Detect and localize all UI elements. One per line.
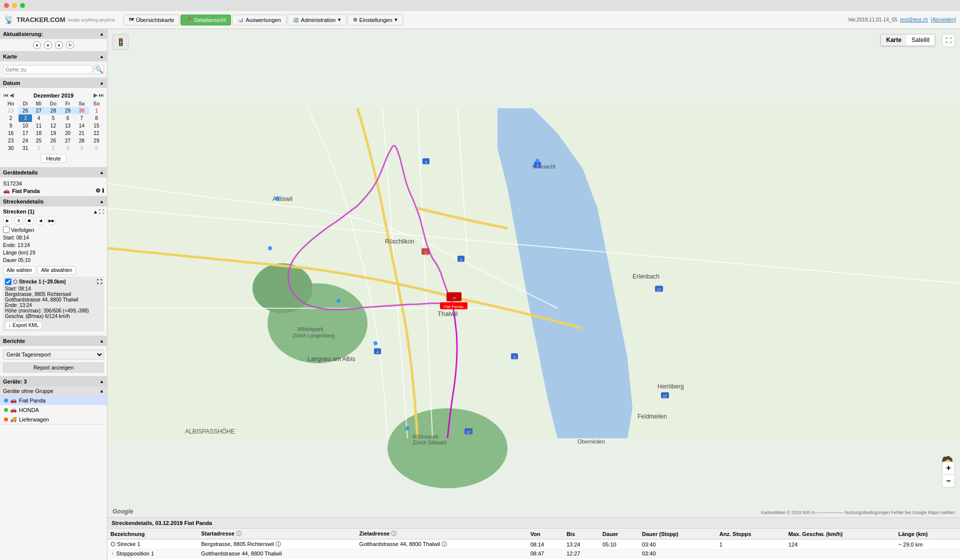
calendar-day[interactable]: 16	[3, 130, 18, 137]
aktu-circle1[interactable]: ●	[33, 41, 41, 49]
aktu-refresh[interactable]: ↻	[66, 41, 74, 49]
calendar-day[interactable]: 26	[46, 137, 61, 144]
gerate-item-fiat[interactable]: 🚗 Fiat Panda	[0, 396, 107, 405]
streckendetails-header[interactable]: Streckendetails ▲	[0, 196, 107, 206]
karte-search-button[interactable]: 🔍	[94, 65, 104, 74]
calendar-day[interactable]: 3	[18, 114, 32, 122]
calendar-day[interactable]: 30	[74, 107, 89, 114]
calendar-day[interactable]: 7	[74, 114, 89, 122]
calendar-day[interactable]: 17	[18, 130, 32, 137]
calendar-day[interactable]: 27	[61, 137, 74, 144]
calendar-day[interactable]: 31	[18, 144, 32, 152]
cal-prev-prev[interactable]: ⏮	[3, 92, 8, 98]
gerate-item-lieferwagen[interactable]: 🚚 Lieferwagen	[0, 414, 107, 424]
calendar-day[interactable]: 2	[46, 144, 61, 152]
calendar-day[interactable]: 22	[89, 130, 104, 137]
calendar-day[interactable]: 6	[61, 114, 74, 122]
map-satellit-button[interactable]: Satellit	[906, 34, 934, 46]
aktualisierung-toggle[interactable]: ▲	[100, 32, 104, 36]
nav-detailansicht[interactable]: 📍 Detailansicht	[180, 14, 231, 26]
calendar-day[interactable]: 19	[46, 130, 61, 137]
device-settings-icon[interactable]: ⚙	[96, 188, 100, 194]
calendar-day[interactable]: 23	[3, 137, 18, 144]
strecken-expand-icon[interactable]: ⛶	[99, 209, 104, 214]
calendar-day[interactable]: 4	[32, 114, 46, 122]
user-email[interactable]: test@test.ch	[900, 17, 928, 22]
berichte-header[interactable]: Berichte ▲	[0, 336, 107, 346]
zoom-in-button[interactable]: +	[942, 462, 955, 474]
geratedetails-header[interactable]: Gerätedetails ▲	[0, 168, 107, 178]
minimize-dot[interactable]	[12, 3, 17, 8]
gerate-group-toggle[interactable]: ▲	[100, 388, 104, 394]
traffic-button[interactable]: 🚦	[112, 34, 128, 50]
calendar-day[interactable]: 13	[61, 122, 74, 130]
calendar-day[interactable]: 15	[89, 122, 104, 130]
calendar-day[interactable]: 29	[61, 107, 74, 114]
heute-button[interactable]: Heute	[40, 154, 66, 163]
karte-search-input[interactable]	[3, 65, 92, 74]
berichte-toggle[interactable]: ▲	[100, 338, 104, 344]
datum-header[interactable]: Datum ▲	[0, 78, 107, 88]
map-view[interactable]: 🚗 Fiat Panda Adliswil Rüschlikon Thalwil…	[108, 29, 960, 518]
map-fullscreen-button[interactable]: ⛶	[942, 34, 955, 47]
device-info-icon[interactable]: ℹ	[102, 188, 104, 194]
calendar-day[interactable]: 24	[18, 137, 32, 144]
calendar-day[interactable]: 14	[74, 122, 89, 130]
gerate-header[interactable]: Geräte: 3 ▲	[0, 376, 107, 386]
calendar-day[interactable]: 29	[89, 137, 104, 144]
calendar-day[interactable]: 1	[89, 107, 104, 114]
cal-next[interactable]: ▶	[94, 92, 98, 98]
next-button[interactable]: ▶▶	[47, 216, 56, 225]
aktu-circle3[interactable]: ●	[55, 41, 63, 49]
zoom-out-button[interactable]: −	[942, 474, 955, 488]
calendar-day[interactable]: 5	[46, 114, 61, 122]
logout-link[interactable]: [Abmelden]	[930, 17, 956, 22]
calendar-day[interactable]: 27	[32, 107, 46, 114]
alle-waehlen-button[interactable]: Alle wählen	[3, 266, 36, 274]
prev-button[interactable]: ◀	[36, 216, 45, 225]
calendar-day[interactable]: 25	[32, 137, 46, 144]
report-anzeigen-button[interactable]: Report anzeigen	[3, 362, 104, 372]
calendar-day[interactable]: 5	[89, 144, 104, 152]
cal-prev[interactable]: ◀	[10, 92, 14, 98]
nav-administration[interactable]: 🏢 Administration ▾	[288, 14, 346, 26]
strecken-collapse-icon[interactable]: ▲	[93, 209, 98, 214]
play-button[interactable]: ▶	[3, 216, 12, 225]
alle-abwaehlen-button[interactable]: Alle abwählen	[38, 266, 76, 274]
verfolgen-checkbox[interactable]	[3, 226, 10, 233]
fullscreen-dot[interactable]	[20, 3, 25, 8]
pause-button[interactable]: ⏸	[14, 216, 23, 225]
geratedetails-toggle[interactable]: ▲	[100, 170, 104, 175]
aktu-circle2[interactable]: ●	[44, 41, 52, 49]
calendar-day[interactable]: 23	[3, 107, 18, 114]
gerate-toggle[interactable]: ▲	[100, 379, 104, 384]
calendar-day[interactable]: 4	[74, 144, 89, 152]
calendar-day[interactable]: 8	[89, 114, 104, 122]
calendar-day[interactable]: 26	[18, 107, 32, 114]
calendar-day[interactable]: 21	[74, 130, 89, 137]
stop-button[interactable]: ⏹	[25, 216, 34, 225]
calendar-day[interactable]: 10	[18, 122, 32, 130]
nav-ubersichtskarte[interactable]: 🗺 Übersichtskarte	[124, 14, 180, 26]
close-dot[interactable]	[4, 3, 9, 8]
karte-toggle[interactable]: ▲	[100, 54, 104, 59]
strecke1-expand[interactable]: ⛶	[97, 279, 102, 284]
nav-auswertungen[interactable]: 📊 Auswertungen	[232, 14, 286, 26]
calendar-day[interactable]: 28	[74, 137, 89, 144]
calendar-day[interactable]: 3	[61, 144, 74, 152]
report-type-select[interactable]: Gerät Tagesreport	[3, 350, 104, 360]
calendar-day[interactable]: 9	[3, 122, 18, 130]
gerate-group-header[interactable]: Geräte ohne Gruppe ▲	[0, 386, 107, 396]
gerate-item-honda[interactable]: 🚗 HONDA	[0, 405, 107, 414]
calendar-day[interactable]: 30	[3, 144, 18, 152]
calendar-day[interactable]: 18	[32, 130, 46, 137]
calendar-day[interactable]: 2	[3, 114, 18, 122]
calendar-day[interactable]: 20	[61, 130, 74, 137]
datum-toggle[interactable]: ▲	[100, 80, 104, 86]
aktualisierung-header[interactable]: Aktualisierung: ▲	[0, 29, 107, 39]
export-kml-button[interactable]: ↓ Export KML	[5, 321, 42, 330]
calendar-day[interactable]: 1	[32, 144, 46, 152]
calendar-day[interactable]: 28	[46, 107, 61, 114]
calendar-day[interactable]: 12	[46, 122, 61, 130]
strecke1-checkbox[interactable]	[5, 278, 12, 285]
